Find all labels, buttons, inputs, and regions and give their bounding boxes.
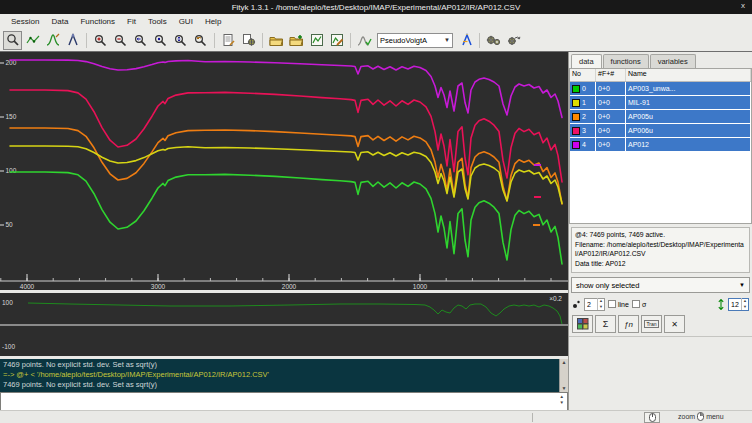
compass-icon	[66, 33, 80, 47]
console-line-command: =-> @+ < '/home/aleplo/test/Desktop/IMAP…	[3, 370, 565, 380]
main-plot[interactable]: 400030002000100020015010050	[0, 52, 568, 290]
delete-button[interactable]: ✕	[664, 315, 685, 333]
dataset-name: AP005u	[626, 110, 751, 123]
table-row[interactable]: 40+0AP012	[570, 138, 751, 152]
header-name: Name	[626, 69, 751, 81]
run-fit-button[interactable]	[484, 31, 503, 50]
transform-button[interactable]: Tran	[641, 315, 662, 333]
scroll-down-icon[interactable]: ▼	[562, 385, 567, 392]
add-function-button[interactable]	[456, 31, 475, 50]
menu-fit[interactable]: Fit	[121, 16, 142, 27]
dataset-no: 3	[582, 127, 586, 134]
gear-page-icon	[242, 33, 256, 47]
functions-button[interactable]: ƒn	[618, 315, 639, 333]
auxiliary-plot[interactable]: 100-100 ×0.2	[0, 293, 568, 356]
dataset-color-swatch[interactable]	[572, 99, 580, 107]
zoom-mode-button[interactable]	[3, 31, 22, 50]
zoom-in-icon	[94, 34, 107, 47]
data-table: No #F+# Name 00+0AP003_unwa...10+0MIL-91…	[569, 68, 752, 224]
line-checkbox[interactable]	[608, 300, 616, 308]
zoom-out-button[interactable]	[111, 31, 130, 50]
load-data-button[interactable]	[267, 31, 286, 50]
svg-text:100: 100	[6, 167, 17, 174]
menu-bar: SessionDataFunctionsFitToolsGUIHelp	[0, 14, 752, 29]
menu-gui[interactable]: GUI	[173, 16, 199, 27]
table-row[interactable]: 30+0AP006u	[570, 124, 751, 138]
svg-text:-100: -100	[2, 343, 15, 350]
dataset-color-swatch[interactable]	[572, 85, 580, 93]
y-scale-icon	[717, 299, 725, 310]
zoom-all-button[interactable]	[151, 31, 170, 50]
colors-button[interactable]	[572, 315, 593, 333]
edit-script-button[interactable]	[219, 31, 238, 50]
close-button[interactable]: x	[741, 1, 745, 10]
toolbar-separator	[262, 33, 263, 48]
sum-button[interactable]: Σ	[595, 315, 616, 333]
add-peak-mode-button[interactable]	[43, 31, 62, 50]
sigma-checkbox-label: σ	[632, 300, 646, 308]
gear-arrow-icon	[506, 34, 521, 47]
data-points-icon	[26, 33, 40, 47]
console-scrollbar[interactable]: ▲ ▼	[559, 359, 568, 392]
filter-value: show only selected	[576, 281, 639, 290]
function-type-dropdown[interactable]: PseudoVoigtA ▼	[377, 33, 453, 48]
sidebar-filler	[569, 337, 752, 410]
console-line-info: 7469 points. No explicit std. dev. Set a…	[3, 360, 565, 370]
zoom-all-icon	[154, 34, 167, 47]
point-size-spinner[interactable]: 2 ▲▼	[584, 298, 605, 311]
menu-help[interactable]: Help	[199, 16, 227, 27]
svg-text:100: 100	[2, 299, 13, 306]
zoom-left-icon	[134, 34, 147, 47]
edit-transform-button[interactable]	[327, 31, 346, 50]
chevron-down-icon: ▼	[444, 37, 450, 43]
mouse-buttons-icon	[697, 412, 704, 421]
table-row[interactable]: 10+0MIL-91	[570, 96, 751, 110]
sidebar: datafunctionsvariables No #F+# Name 00+0…	[568, 52, 752, 410]
spectrum-AP003_unwashed	[10, 172, 562, 264]
auto-add-button[interactable]	[355, 31, 374, 50]
show-filter-dropdown[interactable]: show only selected ▼	[571, 277, 750, 293]
line-label: line	[618, 301, 629, 308]
function-glyph: ƒn	[624, 320, 633, 329]
menu-tools[interactable]: Tools	[142, 16, 173, 27]
execute-script-button[interactable]	[239, 31, 258, 50]
table-row[interactable]: 00+0AP003_unwa...	[570, 82, 751, 96]
main-content: 400030002000100020015010050 100-100 ×0.2…	[0, 52, 752, 410]
data-range-mode-button[interactable]	[23, 31, 42, 50]
table-rows: 00+0AP003_unwa...10+0MIL-9120+0AP005u30+…	[570, 82, 751, 152]
table-row[interactable]: 20+0AP005u	[570, 110, 751, 124]
zoom-previous-button[interactable]	[191, 31, 210, 50]
menu-data[interactable]: Data	[45, 16, 74, 27]
input-history-spinner[interactable]: ▲▼	[560, 394, 564, 407]
spectrum-MIL-91	[10, 146, 562, 204]
chart-frame-icon	[310, 33, 324, 47]
dataset-info-line: Data title: AP012	[575, 259, 746, 269]
spectra-canvas: 400030002000100020015010050	[0, 52, 568, 290]
sidebar-tabs: datafunctionsvariables	[569, 52, 752, 68]
tab-functions[interactable]: functions	[603, 54, 649, 68]
tab-variables[interactable]: variables	[650, 54, 696, 68]
scroll-up-icon[interactable]: ▲	[562, 359, 567, 366]
auto-peak-icon	[357, 34, 372, 47]
tab-data[interactable]: data	[571, 54, 602, 68]
toolbar-separator	[86, 33, 87, 48]
sidebar-buttons: Σ ƒn Tran ✕	[569, 313, 752, 337]
dataset-color-swatch[interactable]	[572, 113, 580, 121]
zoom-in-button[interactable]	[91, 31, 110, 50]
zoom-vertical-button[interactable]	[171, 31, 190, 50]
menu-functions[interactable]: Functions	[74, 16, 121, 27]
sigma-checkbox[interactable]	[632, 300, 640, 308]
dataset-color-swatch[interactable]	[572, 127, 580, 135]
edit-data-button[interactable]	[307, 31, 326, 50]
activate-data-mode-button[interactable]	[63, 31, 82, 50]
dataset-color-swatch[interactable]	[572, 141, 580, 149]
continue-fit-button[interactable]	[504, 31, 523, 50]
y-scale-spinner[interactable]: 12 ▲▼	[728, 298, 749, 311]
output-console[interactable]: 7469 points. No explicit std. dev. Set a…	[0, 359, 568, 392]
statusbar-divider	[532, 413, 533, 422]
gears-icon	[486, 34, 501, 47]
load-data-append-button[interactable]	[287, 31, 306, 50]
zoom-left-button[interactable]	[131, 31, 150, 50]
mouse-hints-button[interactable]	[644, 412, 660, 423]
menu-session[interactable]: Session	[5, 16, 45, 27]
